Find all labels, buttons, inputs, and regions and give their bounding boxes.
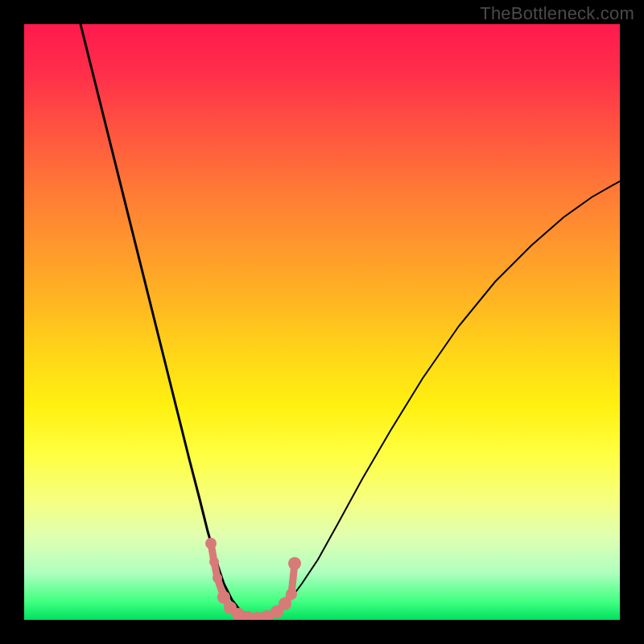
marker-dot: [286, 588, 297, 600]
watermark-text: TheBottleneck.com: [480, 3, 634, 24]
chart-frame: TheBottleneck.com: [0, 0, 644, 644]
marker-dot: [288, 557, 301, 570]
left-curve: [80, 24, 256, 618]
marker-dot: [209, 557, 219, 567]
plot-area: [24, 24, 620, 620]
marker-dot: [205, 538, 217, 549]
curves-svg: [24, 24, 620, 620]
marker-dot: [213, 573, 222, 583]
right-curve: [256, 181, 620, 618]
